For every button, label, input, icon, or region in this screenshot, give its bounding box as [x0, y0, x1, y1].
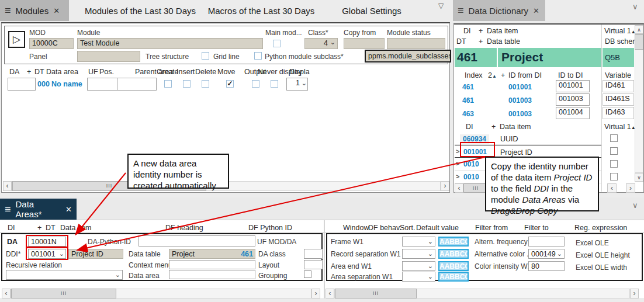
insert-checkbox[interactable] [183, 80, 191, 88]
module-status-field[interactable] [387, 38, 445, 49]
table-name-cell[interactable]: Project [498, 48, 601, 67]
tab-data-dictionary[interactable]: ≡ Data Dictionary ✕ [453, 0, 545, 21]
scroll-left-button[interactable]: ‹ [455, 183, 463, 193]
collapse-top-icon[interactable]: ∨ [632, 2, 638, 11]
collapse-bottom-icon[interactable]: ∨ [632, 201, 638, 210]
dd-plus[interactable]: + [479, 27, 483, 35]
ddi-dropdown[interactable]: 001001 ⌄ [28, 249, 66, 259]
da-python-id-field[interactable] [139, 235, 255, 247]
copy-from-field[interactable] [344, 38, 385, 49]
frame-w1-dropdown[interactable]: ⌄ [402, 237, 435, 247]
col-plus[interactable]: + [27, 68, 31, 76]
item-name-cell[interactable]: UUID [500, 135, 518, 143]
class-dropdown[interactable]: 4 ⌄ [304, 38, 338, 49]
expand-icon[interactable]: > [456, 160, 459, 167]
display-cell[interactable]: 1 ⌄ [286, 78, 308, 91]
module-field[interactable]: Test Module [77, 38, 263, 49]
python-subclass-field[interactable]: ppms.module_subclasses.base_clas [365, 50, 451, 63]
area-end-dropdown[interactable]: ⌄ [402, 261, 435, 271]
h-scrollbar-thumb[interactable]: III [335, 289, 417, 298]
virtual-checkbox[interactable] [610, 173, 618, 180]
index-cell[interactable]: 463 [462, 110, 474, 118]
dd-plus2[interactable]: + [479, 37, 483, 46]
dt-cell[interactable]: 000 [37, 80, 50, 88]
id-to-cell[interactable]: 001004 [556, 107, 590, 119]
never-display-checkbox[interactable] [271, 80, 278, 88]
output-checkbox[interactable] [252, 80, 259, 88]
scroll-up-button[interactable]: ∧ [635, 25, 643, 34]
id-to-cell[interactable]: 001001 [556, 80, 590, 92]
hamburger-icon[interactable]: ≡ [458, 5, 464, 17]
frame-w1-color-badge[interactable]: AABBCC [438, 237, 469, 247]
mod-field[interactable]: 10000C [29, 38, 74, 49]
tab-modules[interactable]: ≡ Modules ✕ [0, 0, 69, 21]
main-mod-checkbox[interactable] [273, 40, 281, 47]
scroll-left-button[interactable]: ‹ [607, 183, 617, 193]
table-id-cell[interactable]: 461 [455, 48, 497, 67]
idx-plus[interactable]: + [501, 71, 505, 79]
scroll-left-button[interactable]: ‹ [3, 181, 12, 191]
tab-list-icon[interactable]: ▽ [438, 2, 444, 10]
item-di-cell[interactable]: 0010 [463, 173, 479, 181]
hamburger-icon[interactable]: ≡ [5, 5, 11, 17]
create-checkbox[interactable] [164, 80, 172, 88]
parent-area-cell-input[interactable] [117, 78, 157, 91]
layout-field[interactable] [304, 260, 323, 269]
h-scrollbar-thumb[interactable]: III [11, 289, 116, 298]
context-menu-field[interactable] [169, 260, 255, 269]
close-icon[interactable]: ✕ [53, 6, 60, 15]
item-di-cell[interactable]: 0010 [463, 160, 479, 168]
virtual-checkbox[interactable] [610, 147, 618, 155]
scroll-right-button[interactable]: › [630, 289, 639, 298]
index-cell[interactable]: 461 [462, 83, 474, 91]
altern-frequency-field[interactable] [528, 237, 565, 247]
daf-plus[interactable]: + [37, 224, 41, 232]
v-scrollbar[interactable] [635, 34, 643, 173]
scroll-left-button[interactable]: ‹ [2, 289, 11, 298]
python-subclass-checkbox[interactable] [254, 52, 262, 60]
panel-field[interactable] [77, 51, 140, 62]
area-separation-color-badge[interactable]: AABBCC [438, 272, 469, 282]
id-from-cell[interactable]: 001001 [508, 83, 532, 91]
id-from-cell[interactable]: 001003 [508, 96, 532, 105]
record-separation-color-badge[interactable]: AABBCC [438, 249, 469, 259]
section-splitter[interactable] [324, 220, 325, 298]
delete-checkbox[interactable] [202, 80, 209, 88]
scroll-right-button[interactable]: › [311, 289, 320, 298]
index-cell[interactable]: 461 [462, 96, 474, 105]
v-scrollbar-thumb[interactable] [635, 34, 643, 50]
virtual-checkbox[interactable] [610, 160, 618, 168]
data-area-field[interactable] [169, 270, 255, 279]
tab-modules-last-30-days[interactable]: Modules of the Last 30 Days [74, 0, 207, 21]
area-separation-dropdown[interactable]: ⌄ [402, 272, 435, 282]
tab-macros-last-30-days[interactable]: Macros of the Last 30 Days [207, 0, 316, 21]
h-scrollbar-thumb[interactable]: III [463, 183, 488, 193]
run-module-button[interactable]: ▷ [8, 31, 25, 48]
uf-cell-input[interactable] [87, 78, 117, 91]
id-to-cell[interactable]: 001003 [556, 93, 590, 106]
item-plus[interactable]: + [491, 123, 496, 131]
idx-sort[interactable]: 2▲ [488, 71, 497, 79]
grid-line-checkbox[interactable] [202, 52, 209, 60]
grouping-checkbox[interactable] [304, 270, 311, 278]
variable-cell[interactable]: ID461S [603, 93, 634, 106]
scroll-right-button[interactable]: › [626, 183, 635, 193]
tab-data-areas[interactable]: ≡ Data Areas* ✕ [0, 199, 77, 220]
record-separation-dropdown[interactable]: ⌄ [402, 249, 435, 259]
da-class-field[interactable] [304, 249, 323, 259]
da-field[interactable]: 10001N [28, 237, 66, 247]
id-from-cell[interactable]: 001003 [508, 110, 532, 118]
close-icon[interactable]: ✕ [65, 205, 72, 214]
item-di-cell[interactable]: 001001 [463, 148, 487, 156]
scroll-down-button[interactable]: ∨ [635, 173, 643, 182]
item-name-cell[interactable]: Project ID [500, 148, 532, 157]
area-end-color-badge[interactable]: AABBCC [438, 261, 469, 271]
scroll-left-button[interactable]: ‹ [326, 289, 334, 298]
item-di-cell[interactable]: 060934 [460, 134, 489, 144]
expand-icon[interactable]: > [456, 173, 459, 180]
recursive-relation-dropdown[interactable]: ⌄ [6, 270, 123, 280]
color-intensity-field[interactable]: 80 [528, 261, 565, 271]
alternative-color-dropdown[interactable]: 000149 ⌄ [528, 249, 565, 259]
hamburger-icon[interactable]: ≡ [5, 203, 11, 216]
variable-cell[interactable]: ID463 [603, 107, 634, 119]
